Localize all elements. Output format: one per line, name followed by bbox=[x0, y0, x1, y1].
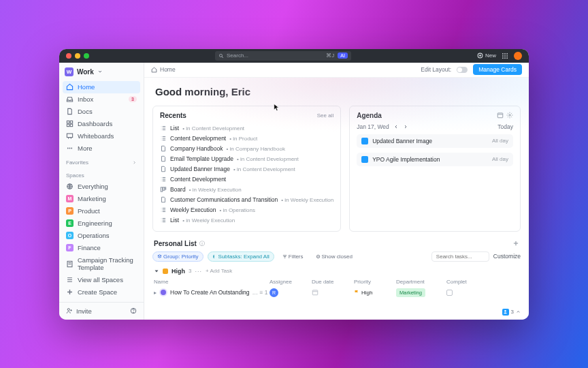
subtasks-chip[interactable]: Subtasks: Expand All bbox=[208, 251, 274, 262]
sidebar-item-space[interactable]: View all Spaces bbox=[63, 274, 140, 286]
due-date-cell[interactable] bbox=[312, 289, 354, 296]
sidebar-item-space[interactable]: PProduct bbox=[63, 205, 140, 217]
space-color-icon: P bbox=[66, 207, 74, 215]
sidebar-item-space[interactable]: OOperations bbox=[63, 230, 140, 242]
user-plus-icon bbox=[66, 307, 73, 314]
ai-badge[interactable]: AI bbox=[338, 52, 348, 59]
nav-whiteboards[interactable]: Whiteboards bbox=[63, 130, 140, 142]
sidebar-item-space[interactable]: MMarketing bbox=[63, 193, 140, 205]
svg-rect-71 bbox=[497, 113, 503, 118]
priority-color-icon bbox=[163, 269, 168, 274]
new-label: New bbox=[485, 52, 496, 59]
svg-point-73 bbox=[509, 114, 511, 117]
nav-more[interactable]: More bbox=[63, 142, 140, 155]
recents-item[interactable]: Content Development bbox=[160, 174, 333, 185]
sidebar-item-space[interactable]: Everything bbox=[63, 181, 140, 193]
svg-point-12 bbox=[504, 57, 506, 59]
gear-icon[interactable] bbox=[506, 112, 513, 119]
plist-search-input[interactable] bbox=[431, 251, 489, 262]
customize-button[interactable]: Customize bbox=[493, 253, 521, 260]
recents-item[interactable]: Content Development • in Product bbox=[160, 134, 333, 144]
plus-icon[interactable] bbox=[512, 240, 519, 247]
agenda-item[interactable]: YPO Agile ImplementationAll day bbox=[357, 153, 513, 166]
chevron-right-icon[interactable]: ▸ bbox=[154, 290, 157, 296]
search-icon bbox=[218, 53, 224, 59]
edit-layout-toggle[interactable] bbox=[457, 67, 468, 73]
grid-apps-icon[interactable] bbox=[502, 52, 508, 59]
main-content: Good morning, Eric Recents See all List … bbox=[144, 78, 529, 320]
nav-inbox[interactable]: Inbox 3 bbox=[63, 93, 140, 106]
show-closed-chip[interactable]: Show closed bbox=[312, 252, 357, 261]
group-label: High bbox=[172, 268, 185, 275]
chevron-left-icon[interactable] bbox=[393, 124, 399, 129]
group-high[interactable]: High 3 ··· + Add Task bbox=[152, 266, 521, 277]
app-window: Search... ⌘J AI New W Work bbox=[59, 49, 529, 320]
recents-item[interactable]: Company Handbook • in Company Handbook bbox=[160, 144, 333, 154]
recents-item[interactable]: Customer Communications and Transition •… bbox=[160, 195, 333, 205]
recents-item-name: List bbox=[170, 125, 179, 132]
main-topbar: Home Edit Layout: Manage Cards bbox=[144, 63, 529, 78]
space-label: Finance bbox=[78, 244, 101, 251]
filters-chip[interactable]: Filters bbox=[278, 252, 308, 261]
chevron-right-icon[interactable] bbox=[403, 124, 408, 129]
view-all-icon bbox=[66, 276, 74, 283]
sidebar-item-space[interactable]: Create Space bbox=[63, 286, 140, 298]
group-add-task[interactable]: + Add Task bbox=[206, 268, 232, 274]
invite-label: Invite bbox=[76, 307, 92, 315]
user-avatar[interactable] bbox=[514, 52, 522, 60]
svg-rect-82 bbox=[312, 290, 318, 295]
invite-button[interactable]: Invite bbox=[66, 307, 92, 315]
list-icon bbox=[160, 135, 167, 142]
task-meta: … ≡ 1 bbox=[252, 289, 268, 296]
group-chip[interactable]: Group: Priority bbox=[152, 251, 203, 262]
nav: Home Inbox 3 Docs Dashboards White bbox=[59, 81, 144, 155]
sidebar-item-space[interactable]: Campaign Tracking Template bbox=[63, 254, 140, 274]
agenda-today[interactable]: Today bbox=[497, 123, 513, 130]
whiteboards-icon bbox=[66, 132, 74, 140]
sidebar-item-space[interactable]: EEngineering bbox=[63, 217, 140, 230]
close-icon[interactable] bbox=[66, 53, 71, 59]
recents-item[interactable]: Weekly Execution • in Operations bbox=[160, 205, 333, 215]
recents-item[interactable]: Board • in Weekly Execution bbox=[160, 185, 333, 195]
sidebar-item-space[interactable]: FFinance bbox=[63, 242, 140, 254]
complete-checkbox[interactable] bbox=[446, 290, 453, 296]
recents-item[interactable]: List • in Weekly Execution bbox=[160, 215, 333, 226]
group-more-icon[interactable]: ··· bbox=[195, 268, 202, 275]
help-icon[interactable] bbox=[130, 307, 137, 314]
dashboards-icon bbox=[66, 120, 74, 127]
maximize-icon[interactable] bbox=[84, 53, 89, 59]
svg-point-10 bbox=[506, 55, 508, 57]
status-dot-icon[interactable] bbox=[159, 288, 167, 296]
priority-cell[interactable]: High bbox=[354, 290, 396, 296]
recents-item[interactable]: Updated Banner Image • in Content Develo… bbox=[160, 164, 333, 174]
chevron-right-icon bbox=[132, 160, 137, 165]
nav-dashboards[interactable]: Dashboards bbox=[63, 118, 140, 130]
edit-layout-label: Edit Layout: bbox=[421, 66, 451, 73]
minimize-icon[interactable] bbox=[75, 53, 80, 59]
agenda-item[interactable]: Updated Banner ImageAll day bbox=[357, 134, 513, 148]
dept-chip[interactable]: Marketing bbox=[396, 288, 425, 297]
svg-rect-16 bbox=[67, 124, 69, 126]
manage-cards-button[interactable]: Manage Cards bbox=[473, 64, 522, 75]
plist-title: Personal List bbox=[154, 240, 197, 247]
svg-rect-57 bbox=[163, 187, 165, 190]
table-row[interactable]: ▸ How To Create An Outstanding … ≡ 1 R H… bbox=[152, 287, 521, 298]
new-button[interactable]: New bbox=[477, 52, 496, 59]
nav-docs[interactable]: Docs bbox=[63, 106, 140, 118]
calendar-icon[interactable] bbox=[497, 112, 504, 119]
subtasks-chip-label: Subtasks: Expand All bbox=[218, 254, 270, 260]
breadcrumb[interactable]: Home bbox=[151, 66, 176, 73]
recents-see-all[interactable]: See all bbox=[317, 112, 333, 119]
nav-home[interactable]: Home bbox=[63, 81, 140, 93]
recents-item-name: Updated Banner Image bbox=[170, 166, 230, 172]
favorites-header[interactable]: Favorites bbox=[59, 155, 144, 168]
recents-item[interactable]: Email Template Upgrade • in Content Deve… bbox=[160, 154, 333, 164]
home-icon bbox=[151, 67, 157, 73]
workspace-switcher[interactable]: W Work bbox=[59, 63, 144, 81]
global-search[interactable]: Search... ⌘J AI bbox=[215, 51, 351, 61]
info-icon[interactable]: ⓘ bbox=[199, 240, 205, 247]
assignee-avatar[interactable]: R bbox=[270, 288, 278, 297]
recents-item[interactable]: List • in Content Development bbox=[160, 123, 333, 134]
floating-status[interactable]: 3 bbox=[502, 309, 521, 316]
svg-point-23 bbox=[71, 148, 72, 149]
